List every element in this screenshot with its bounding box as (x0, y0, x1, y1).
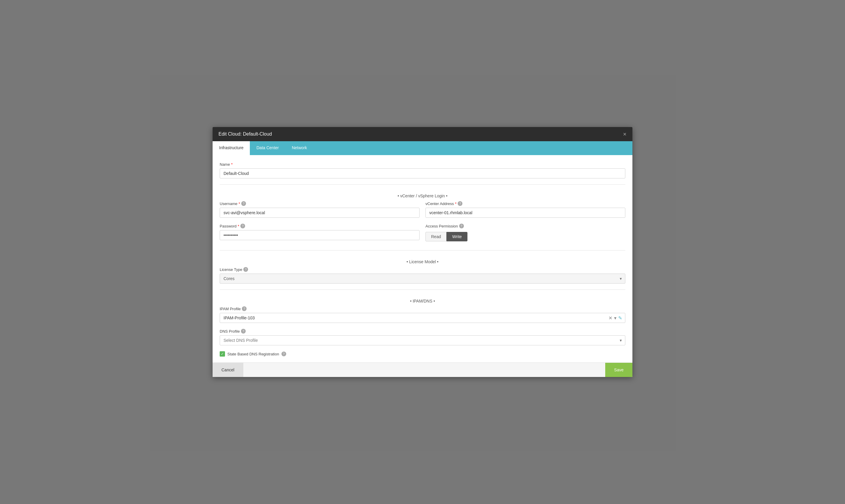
ipam-section-title: • IPAM/DNS • (220, 296, 625, 306)
vcenter-section-title: • vCenter / vSphere Login • (220, 191, 625, 201)
dns-profile-help-icon[interactable]: ? (241, 329, 246, 334)
modal-body: Name * • vCenter / vSphere Login • Usern… (212, 155, 633, 362)
username-group: Username * ? (220, 201, 419, 218)
dns-profile-input[interactable] (220, 335, 625, 345)
tab-infrastructure[interactable]: Infrastructure (212, 141, 250, 155)
password-required-star: * (238, 224, 239, 228)
dns-select-wrapper: ▾ (220, 335, 625, 345)
license-type-label: License Type ? (220, 267, 625, 272)
state-based-dns-group: ✓ State Based DNS Registration ? (220, 351, 625, 357)
save-button[interactable]: Save (605, 363, 633, 377)
password-input[interactable] (220, 230, 419, 240)
vcenter-section-divider (220, 184, 625, 185)
access-permission-toggle: Read Write (426, 232, 625, 241)
license-section-divider (220, 250, 625, 251)
vcenter-address-input[interactable] (426, 208, 625, 218)
read-button[interactable]: Read (426, 232, 446, 241)
tabs-bar: Infrastructure Data Center Network (212, 141, 633, 155)
modal-header: Edit Cloud: Default-Cloud × (212, 127, 633, 141)
ipam-clear-icon[interactable]: ✕ (608, 315, 612, 321)
license-type-help-icon[interactable]: ? (243, 267, 248, 272)
name-input[interactable] (220, 168, 625, 178)
username-help-icon[interactable]: ? (241, 201, 246, 206)
license-section-title: • License Model • (220, 256, 625, 267)
cancel-button[interactable]: Cancel (212, 363, 243, 377)
checkbox-check-icon: ✓ (221, 352, 224, 356)
vcenter-address-help-icon[interactable]: ? (458, 201, 462, 206)
password-access-row: Password * ? Access Permission ? Read Wr… (220, 223, 625, 247)
ipam-section-divider (220, 289, 625, 290)
license-type-select-wrapper: Cores Enterprise Basic ▾ (220, 274, 625, 284)
ipam-profile-label: IPAM Profile ? (220, 306, 625, 311)
password-group: Password * ? (220, 223, 419, 241)
vcenter-address-label: vCenter Address * ? (426, 201, 625, 206)
state-based-dns-help-icon[interactable]: ? (281, 352, 286, 356)
state-based-dns-label: State Based DNS Registration (227, 352, 279, 356)
access-permission-group: Access Permission ? Read Write (426, 223, 625, 241)
ipam-chevron-icon[interactable]: ▾ (614, 315, 617, 321)
modal-footer: Cancel Save (212, 362, 633, 377)
password-help-icon[interactable]: ? (240, 223, 245, 228)
ipam-input-actions: ✕ ▾ ✎ (608, 315, 625, 321)
username-label: Username * ? (220, 201, 419, 206)
ipam-edit-icon[interactable]: ✎ (618, 315, 622, 321)
username-required-star: * (239, 201, 240, 206)
modal-title: Edit Cloud: Default-Cloud (219, 131, 272, 137)
vcenter-login-row: Username * ? vCenter Address * ? (220, 201, 625, 223)
license-type-group: License Type ? Cores Enterprise Basic ▾ (220, 267, 625, 284)
password-label: Password * ? (220, 223, 419, 228)
modal-overlay: Edit Cloud: Default-Cloud × Infrastructu… (0, 0, 845, 504)
ipam-profile-help-icon[interactable]: ? (242, 306, 246, 311)
write-button[interactable]: Write (446, 232, 467, 241)
username-input[interactable] (220, 208, 419, 218)
ipam-profile-group: IPAM Profile ? ✕ ▾ ✎ (220, 306, 625, 323)
state-based-dns-checkbox[interactable]: ✓ (220, 351, 225, 357)
access-permission-label: Access Permission ? (426, 223, 625, 228)
dns-profile-group: DNS Profile ? ▾ (220, 329, 625, 345)
modal-dialog: Edit Cloud: Default-Cloud × Infrastructu… (212, 127, 633, 377)
access-permission-help-icon[interactable]: ? (459, 223, 464, 228)
name-group: Name * (220, 162, 625, 178)
license-type-select[interactable]: Cores Enterprise Basic (220, 274, 625, 284)
vcenter-address-group: vCenter Address * ? (426, 201, 625, 218)
vcenter-address-required-star: * (455, 201, 456, 206)
ipam-profile-input[interactable] (220, 313, 608, 323)
tab-data-center[interactable]: Data Center (250, 141, 285, 155)
name-required-star: * (231, 162, 233, 167)
name-label: Name * (220, 162, 625, 167)
tab-network[interactable]: Network (285, 141, 313, 155)
modal-close-button[interactable]: × (623, 131, 626, 137)
dns-profile-label: DNS Profile ? (220, 329, 625, 334)
ipam-input-wrapper: ✕ ▾ ✎ (220, 313, 625, 323)
